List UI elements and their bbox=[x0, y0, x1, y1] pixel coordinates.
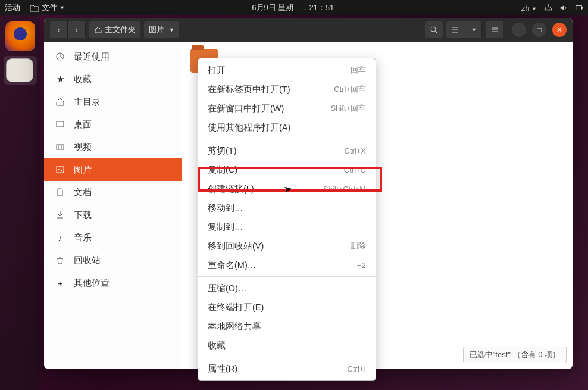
home-icon bbox=[55, 96, 65, 107]
gnome-top-bar: 活动 文件 ▼ 6月9日 星期二，21：51 zh ▼ bbox=[0, 0, 588, 15]
status-bar: 已选中"test" （含有 0 项） bbox=[463, 347, 567, 363]
places-sidebar: 最近使用 ★ 收藏 主目录 桌面 视频 图片 bbox=[44, 42, 182, 369]
ctx-network-share[interactable]: 本地网络共享 bbox=[198, 317, 376, 336]
search-button[interactable] bbox=[425, 21, 443, 38]
chevron-down-icon: ▼ bbox=[60, 5, 65, 11]
minimize-button[interactable]: – bbox=[512, 23, 526, 37]
sidebar-item-home[interactable]: 主目录 bbox=[44, 91, 182, 113]
sidebar-item-label: 音乐 bbox=[74, 232, 92, 244]
sidebar-item-label: 视频 bbox=[74, 142, 92, 153]
sidebar-item-desktop[interactable]: 桌面 bbox=[44, 113, 182, 136]
ctx-separator bbox=[198, 357, 376, 357]
nav-forward-button[interactable]: › bbox=[68, 21, 86, 38]
ctx-move-to[interactable]: 移动到… bbox=[198, 198, 376, 217]
sidebar-item-label: 图片 bbox=[74, 164, 92, 176]
ctx-separator bbox=[198, 276, 376, 277]
nav-back-button[interactable]: ‹ bbox=[50, 21, 68, 38]
sidebar-item-other[interactable]: + 其他位置 bbox=[44, 272, 182, 294]
ctx-separator bbox=[198, 139, 376, 139]
volume-icon[interactable] bbox=[559, 4, 568, 12]
document-icon bbox=[55, 187, 65, 198]
sidebar-item-starred[interactable]: ★ 收藏 bbox=[44, 68, 182, 91]
context-menu: 打开回车 在新标签页中打开(T)Ctrl+回车 在新窗口中打开(W)Shift+… bbox=[198, 58, 376, 381]
sidebar-item-label: 回收站 bbox=[74, 255, 101, 266]
ctx-cut[interactable]: 剪切(T)Ctrl+X bbox=[198, 141, 376, 160]
maximize-button[interactable]: □ bbox=[532, 23, 546, 37]
svg-line-3 bbox=[435, 31, 437, 33]
battery-icon[interactable] bbox=[575, 4, 583, 12]
dock-files-active[interactable] bbox=[4, 56, 37, 85]
search-icon bbox=[430, 26, 438, 34]
sidebar-item-label: 下载 bbox=[74, 210, 92, 221]
ctx-open-with[interactable]: 使用其他程序打开(A) bbox=[198, 118, 376, 137]
video-icon bbox=[55, 142, 65, 152]
sidebar-item-label: 最近使用 bbox=[74, 51, 110, 63]
ctx-open-terminal[interactable]: 在终端打开(E) bbox=[198, 298, 376, 317]
sidebar-item-label: 文档 bbox=[74, 187, 92, 198]
sidebar-item-trash[interactable]: 回收站 bbox=[44, 249, 182, 272]
music-icon: ♪ bbox=[55, 232, 65, 243]
download-icon bbox=[55, 210, 65, 220]
svg-rect-7 bbox=[57, 167, 64, 173]
sidebar-item-label: 主目录 bbox=[74, 96, 101, 108]
sidebar-item-label: 收藏 bbox=[74, 74, 92, 85]
folder-icon bbox=[30, 4, 39, 12]
ctx-copy-to[interactable]: 复制到… bbox=[198, 217, 376, 236]
ctx-trash[interactable]: 移到回收站(V)删除 bbox=[198, 236, 376, 255]
picture-icon bbox=[55, 164, 65, 175]
ctx-make-link[interactable]: 创建链接(L)Shift+Ctrl+M bbox=[198, 179, 376, 198]
sidebar-item-pictures[interactable]: 图片 bbox=[44, 158, 182, 181]
svg-rect-5 bbox=[57, 121, 64, 127]
dock bbox=[0, 15, 40, 390]
header-bar: ‹ › 主文件夹 图片▼ ▼ – □ ✕ bbox=[44, 18, 573, 42]
close-button[interactable]: ✕ bbox=[552, 23, 567, 37]
sidebar-item-label: 其他位置 bbox=[74, 277, 110, 289]
star-icon: ★ bbox=[55, 74, 65, 85]
path-current[interactable]: 图片▼ bbox=[144, 21, 179, 38]
sidebar-item-label: 桌面 bbox=[74, 119, 92, 130]
sidebar-item-downloads[interactable]: 下载 bbox=[44, 204, 182, 226]
desktop-icon bbox=[55, 119, 65, 130]
ctx-open-tab[interactable]: 在新标签页中打开(T)Ctrl+回车 bbox=[198, 80, 376, 99]
chevron-down-icon: ▼ bbox=[169, 27, 174, 33]
svg-rect-1 bbox=[581, 7, 583, 9]
sidebar-item-recent[interactable]: 最近使用 bbox=[44, 45, 182, 68]
app-menu-files[interactable]: 文件 ▼ bbox=[30, 2, 65, 13]
menu-icon bbox=[490, 26, 499, 34]
trash-icon bbox=[55, 255, 65, 266]
svg-rect-0 bbox=[576, 6, 582, 10]
sidebar-item-music[interactable]: ♪ 音乐 bbox=[44, 226, 182, 249]
ctx-open[interactable]: 打开回车 bbox=[198, 61, 376, 80]
view-dropdown-button[interactable]: ▼ bbox=[464, 21, 482, 38]
plus-icon: + bbox=[55, 277, 65, 288]
activities-button[interactable]: 活动 bbox=[5, 2, 20, 13]
home-icon bbox=[94, 26, 102, 34]
ctx-copy[interactable]: 复制(C)Ctrl+C bbox=[198, 160, 376, 179]
ctx-properties[interactable]: 属性(R)Ctrl+I bbox=[198, 359, 376, 378]
clock-icon bbox=[55, 51, 65, 62]
dock-firefox[interactable] bbox=[5, 21, 35, 51]
network-icon[interactable] bbox=[544, 4, 552, 12]
view-list-button[interactable] bbox=[446, 21, 464, 38]
ctx-compress[interactable]: 压缩(O)… bbox=[198, 279, 376, 298]
ctx-star[interactable]: 收藏 bbox=[198, 336, 376, 355]
svg-rect-6 bbox=[57, 145, 64, 149]
clock[interactable]: 6月9日 星期二，21：51 bbox=[65, 2, 521, 13]
sidebar-item-documents[interactable]: 文档 bbox=[44, 181, 182, 204]
hamburger-menu-button[interactable] bbox=[486, 21, 503, 38]
list-icon bbox=[451, 26, 459, 34]
path-home[interactable]: 主文件夹 bbox=[94, 24, 136, 35]
ctx-open-window[interactable]: 在新窗口中打开(W)Shift+回车 bbox=[198, 99, 376, 118]
svg-point-2 bbox=[431, 27, 436, 32]
ime-indicator[interactable]: zh ▼ bbox=[521, 4, 537, 13]
ctx-rename[interactable]: 重命名(M)…F2 bbox=[198, 255, 376, 274]
sidebar-item-videos[interactable]: 视频 bbox=[44, 136, 182, 158]
